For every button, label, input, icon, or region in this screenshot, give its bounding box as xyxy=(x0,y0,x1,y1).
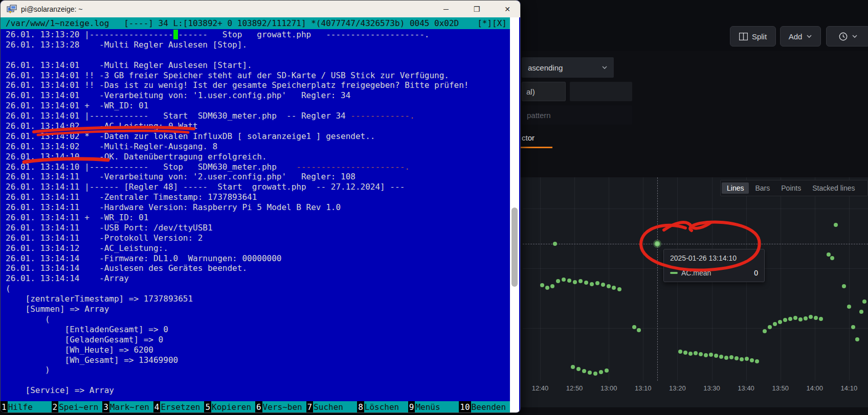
data-point[interactable] xyxy=(584,281,588,285)
data-point[interactable] xyxy=(788,317,792,321)
function-key-10[interactable]: 10Beenden xyxy=(459,401,510,412)
data-point[interactable] xyxy=(763,329,767,333)
data-point[interactable] xyxy=(814,316,818,320)
data-point[interactable] xyxy=(724,356,728,360)
selector-tab-partial[interactable]: ctor xyxy=(522,129,552,146)
window-titlebar[interactable]: pi@solaranzeige: ~ ─ ❒ ✕ xyxy=(1,1,520,17)
mcedit-status-text: /var/www/1~nzeige.log [----] 34 L:[10389… xyxy=(6,18,459,28)
data-point[interactable] xyxy=(694,351,698,355)
data-point[interactable] xyxy=(683,351,687,355)
data-point[interactable] xyxy=(783,318,787,322)
data-point[interactable] xyxy=(804,316,808,320)
minimize-button[interactable]: ─ xyxy=(434,1,458,17)
data-point[interactable] xyxy=(827,252,831,257)
viz-tab-bars[interactable]: Bars xyxy=(750,182,775,194)
data-point[interactable] xyxy=(550,284,554,288)
scrollbar-thumb[interactable] xyxy=(511,208,518,287)
data-point[interactable] xyxy=(773,322,777,326)
terminal-screen[interactable]: /var/www/1~nzeige.log [----] 34 L:[10389… xyxy=(1,17,510,412)
data-point[interactable] xyxy=(637,328,641,332)
function-key-8[interactable]: 8Löschen xyxy=(357,401,408,412)
data-point[interactable] xyxy=(678,350,682,354)
data-point[interactable] xyxy=(750,358,754,362)
data-point[interactable] xyxy=(847,305,851,309)
function-key-6[interactable]: 6Vers~ben xyxy=(255,401,306,412)
sort-order-dropdown[interactable]: ascending xyxy=(522,57,614,78)
data-point[interactable] xyxy=(778,320,782,324)
function-key-3[interactable]: 3Mark~ren xyxy=(102,401,153,412)
sort-order-value: ascending xyxy=(528,63,602,72)
viz-tab-stacked-lines[interactable]: Stacked lines xyxy=(807,182,860,194)
data-point[interactable] xyxy=(562,278,566,282)
log-line: 26.01. 13:14:01 -Multi Regler Auslesen [… xyxy=(6,60,510,71)
function-key-7[interactable]: 7Suchen xyxy=(306,401,358,412)
data-point[interactable] xyxy=(556,279,560,283)
data-point[interactable] xyxy=(595,281,599,285)
time-range-button[interactable] xyxy=(826,26,868,47)
data-point[interactable] xyxy=(819,317,823,321)
data-point[interactable] xyxy=(699,352,703,356)
function-key-2[interactable]: 2Spei~ern xyxy=(52,401,103,412)
data-point[interactable] xyxy=(593,372,597,376)
data-point[interactable] xyxy=(605,368,609,373)
data-point[interactable] xyxy=(830,256,834,260)
data-point[interactable] xyxy=(578,279,583,283)
data-point[interactable] xyxy=(607,284,611,288)
data-point[interactable] xyxy=(855,337,859,341)
data-point[interactable] xyxy=(809,315,813,319)
viz-tab-lines[interactable]: Lines xyxy=(722,182,749,194)
log-line: 26.01. 13:14:11 + -WR_ID: 01 xyxy=(6,213,510,223)
data-point[interactable] xyxy=(617,287,621,291)
data-point[interactable] xyxy=(755,359,759,363)
function-key-4[interactable]: 4Ersetzen xyxy=(153,401,205,412)
data-point[interactable] xyxy=(709,353,713,357)
close-button[interactable]: ✕ xyxy=(496,1,519,17)
function-key-9[interactable]: 9Menüs xyxy=(408,401,459,412)
log-text-area[interactable]: 26.01. 13:13:20 |-----------------------… xyxy=(6,30,510,401)
data-point[interactable] xyxy=(714,354,718,358)
data-point[interactable] xyxy=(599,370,603,374)
data-point[interactable] xyxy=(798,317,803,321)
data-point[interactable] xyxy=(793,316,797,320)
data-point[interactable] xyxy=(704,353,708,357)
split-button[interactable]: Split xyxy=(730,26,776,47)
data-point[interactable] xyxy=(573,280,577,284)
data-point[interactable] xyxy=(745,357,749,361)
function-key-number: 10 xyxy=(459,401,471,412)
interval-button-partial[interactable]: al) xyxy=(522,82,566,101)
data-point[interactable] xyxy=(768,325,772,329)
data-point[interactable] xyxy=(576,367,581,371)
function-key-1[interactable]: 1Hilfe xyxy=(1,401,52,412)
clock-icon xyxy=(839,32,848,41)
data-point[interactable] xyxy=(862,299,866,304)
data-point[interactable] xyxy=(612,286,616,290)
pattern-input[interactable]: pattern xyxy=(522,105,632,125)
data-point[interactable] xyxy=(567,279,571,283)
data-point[interactable] xyxy=(545,286,549,290)
data-point[interactable] xyxy=(632,325,636,329)
query-field-stub[interactable] xyxy=(570,82,632,101)
data-point[interactable] xyxy=(740,357,744,361)
viz-tab-points[interactable]: Points xyxy=(776,182,806,194)
data-point[interactable] xyxy=(553,242,557,246)
data-point[interactable] xyxy=(851,325,855,329)
terminal-scrollbar[interactable] xyxy=(510,17,519,412)
data-point[interactable] xyxy=(834,223,838,227)
function-key-5[interactable]: 5Kopieren xyxy=(204,401,255,412)
data-point[interactable] xyxy=(735,356,739,360)
data-point[interactable] xyxy=(540,283,544,287)
maximize-button[interactable]: ❒ xyxy=(465,1,488,17)
data-point[interactable] xyxy=(588,371,592,375)
data-point[interactable] xyxy=(571,365,575,369)
hovered-point[interactable] xyxy=(655,241,660,246)
data-point[interactable] xyxy=(859,310,863,314)
data-point[interactable] xyxy=(842,284,846,288)
data-point[interactable] xyxy=(729,355,733,359)
add-button[interactable]: Add xyxy=(780,26,821,47)
data-point[interactable] xyxy=(719,355,723,359)
data-point[interactable] xyxy=(688,352,693,356)
data-point[interactable] xyxy=(590,282,594,286)
data-point[interactable] xyxy=(582,369,586,373)
data-point[interactable] xyxy=(601,283,605,287)
mcedit-window-buttons[interactable]: [*][X] xyxy=(477,18,507,28)
